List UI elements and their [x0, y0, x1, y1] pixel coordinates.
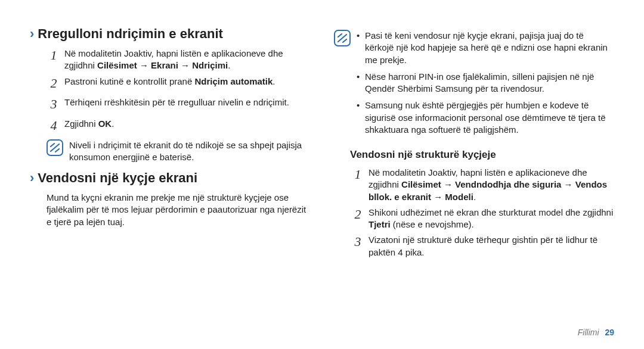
step-number: 4	[47, 117, 61, 135]
step-text: Vizatoni një strukturë duke tërhequr gis…	[369, 234, 614, 258]
step-item: 2Shikoni udhëzimet në ekran dhe sturktur…	[351, 207, 614, 231]
step-number: 1	[47, 46, 61, 71]
step-item: 3Tërhiqeni rrëshkitësin për të rregullua…	[47, 96, 310, 114]
bullet-item: Samsung nuk është përgjegjës për humbjen…	[357, 99, 614, 136]
step-text: Tërhiqeni rrëshkitësin për të rregulluar…	[64, 96, 310, 114]
note-text: Niveli i ndriçimit të ekranit do të ndik…	[69, 139, 310, 164]
step-text: Zgjidhni OK.	[64, 118, 310, 136]
heading-brightness: Rregulloni ndriçimin e ekranit	[38, 26, 223, 42]
step-text: Shikoni udhëzimet në ekran dhe sturktura…	[369, 207, 614, 231]
bullet-item: Nëse harroni PIN-in ose fjalëkalimin, si…	[357, 71, 614, 95]
step-number: 3	[351, 233, 365, 257]
step-number: 3	[47, 95, 61, 113]
page-footer: Fillimi 29	[578, 328, 614, 337]
bullet-item: Pasi të keni vendosur një kyçje ekrani, …	[357, 30, 614, 66]
step-text: Pastroni kutinë e kontrollit pranë Ndriç…	[64, 76, 310, 94]
step-text: Në modalitetin Joaktiv, hapni listën e a…	[64, 48, 310, 72]
note-icon	[47, 139, 63, 156]
step-number: 2	[47, 74, 61, 92]
section-heading-brightness: › Rregulloni ndriçimin e ekranit	[30, 26, 310, 42]
step-item: 1Në modalitetin Joaktiv, hapni listën e …	[351, 167, 614, 203]
footer-page-number: 29	[605, 328, 614, 337]
footer-section-label: Fillimi	[578, 328, 599, 337]
step-number: 1	[351, 166, 365, 202]
heading-lock: Vendosni një kyçje ekrani	[38, 170, 197, 186]
step-text: Në modalitetin Joaktiv, hapni listën e a…	[369, 167, 614, 203]
step-item: 4Zgjidhni OK.	[47, 118, 310, 136]
chevron-right-icon: ›	[30, 27, 34, 40]
step-item: 2Pastroni kutinë e kontrollit pranë Ndri…	[47, 76, 310, 94]
note-lock-warnings: Pasi të keni vendosur një kyçje ekrani, …	[334, 30, 614, 141]
subheading-pattern: Vendosni një strukturë kyçjeje	[350, 149, 614, 161]
step-item: 3Vizatoni një strukturë duke tërhequr gi…	[351, 234, 614, 258]
step-number: 2	[351, 205, 365, 230]
chevron-right-icon: ›	[30, 172, 34, 185]
steps-pattern: 1Në modalitetin Joaktiv, hapni listën e …	[351, 167, 614, 258]
warning-bullets: Pasi të keni vendosur një kyçje ekrani, …	[357, 30, 614, 141]
steps-brightness: 1Në modalitetin Joaktiv, hapni listën e …	[47, 48, 310, 136]
note-brightness: Niveli i ndriçimit të ekranit do të ndik…	[47, 139, 310, 164]
step-item: 1Në modalitetin Joaktiv, hapni listën e …	[47, 48, 310, 72]
lock-description: Mund ta kyçni ekranin me prekje me një s…	[47, 192, 310, 228]
section-heading-lock: › Vendosni një kyçje ekrani	[30, 170, 310, 186]
note-icon	[334, 30, 351, 46]
